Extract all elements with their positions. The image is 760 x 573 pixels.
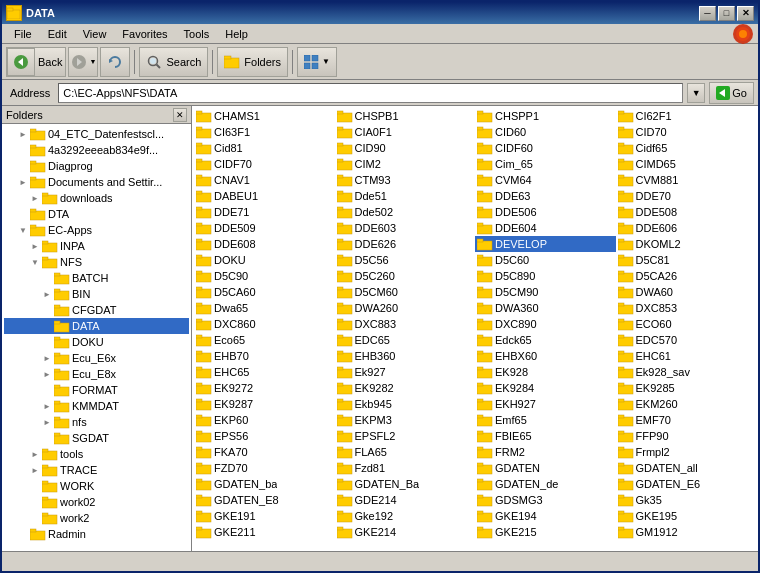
file-item[interactable]: D5C60 (475, 252, 616, 268)
address-dropdown[interactable]: ▼ (687, 83, 705, 103)
file-item[interactable]: DDE63 (475, 188, 616, 204)
address-input[interactable] (58, 83, 683, 103)
file-item[interactable]: Edck65 (475, 332, 616, 348)
file-item[interactable]: EKP60 (194, 412, 335, 428)
file-item[interactable]: DKOML2 (616, 236, 757, 252)
tree-item-downloads[interactable]: ► downloads (4, 190, 189, 206)
file-item[interactable]: CI62F1 (616, 108, 757, 124)
file-item[interactable]: FKA70 (194, 444, 335, 460)
file-item[interactable]: ECO60 (616, 316, 757, 332)
file-item[interactable]: D5CM90 (475, 284, 616, 300)
file-item[interactable]: Emf65 (475, 412, 616, 428)
file-item[interactable]: CTM93 (335, 172, 476, 188)
file-item[interactable]: EKPM3 (335, 412, 476, 428)
menu-view[interactable]: View (75, 26, 115, 42)
file-item[interactable]: DXC883 (335, 316, 476, 332)
file-item[interactable]: D5C890 (475, 268, 616, 284)
file-item[interactable]: GKE195 (616, 508, 757, 524)
file-item[interactable]: CID90 (335, 140, 476, 156)
file-item[interactable]: EDC65 (335, 332, 476, 348)
file-item[interactable]: DEVELOP (475, 236, 616, 252)
menu-file[interactable]: File (6, 26, 40, 42)
folders-button[interactable]: Folders (217, 47, 288, 77)
file-item[interactable]: DWA260 (335, 300, 476, 316)
file-item[interactable]: FZD70 (194, 460, 335, 476)
file-item[interactable]: Fzd81 (335, 460, 476, 476)
file-item[interactable]: FBIE65 (475, 428, 616, 444)
file-item[interactable]: DDE509 (194, 220, 335, 236)
file-item[interactable]: GDATEN_all (616, 460, 757, 476)
file-item[interactable]: CVM64 (475, 172, 616, 188)
file-item[interactable]: D5C260 (335, 268, 476, 284)
file-item[interactable]: DOKU (194, 252, 335, 268)
back-button[interactable]: Back (6, 47, 66, 77)
file-item[interactable]: EHB70 (194, 348, 335, 364)
file-item[interactable]: Ek927 (335, 364, 476, 380)
file-item[interactable]: EHC65 (194, 364, 335, 380)
tree-item-04_ETC[interactable]: ► 04_ETC_Datenfestscl... (4, 126, 189, 142)
file-item[interactable]: GKE215 (475, 524, 616, 540)
tree-item-trace[interactable]: ► TRACE (4, 462, 189, 478)
file-item[interactable]: DDE604 (475, 220, 616, 236)
tree-item-diagprog[interactable]: Diagprog (4, 158, 189, 174)
file-item[interactable]: EPSFL2 (335, 428, 476, 444)
folders-close-button[interactable]: ✕ (173, 108, 187, 122)
file-item[interactable]: GDE214 (335, 492, 476, 508)
file-item[interactable]: FRM2 (475, 444, 616, 460)
file-item[interactable]: GKE211 (194, 524, 335, 540)
tree-item-data[interactable]: DATA (4, 318, 189, 334)
forward-button[interactable]: ▼ (68, 47, 98, 77)
tree-item-batch[interactable]: BATCH (4, 270, 189, 286)
file-item[interactable]: DWA360 (475, 300, 616, 316)
file-item[interactable]: CHSPB1 (335, 108, 476, 124)
file-item[interactable]: CIA0F1 (335, 124, 476, 140)
file-item[interactable]: Dde502 (335, 204, 476, 220)
file-item[interactable]: D5C81 (616, 252, 757, 268)
file-item[interactable]: EPS56 (194, 428, 335, 444)
tree-item-bin[interactable]: ► BIN (4, 286, 189, 302)
file-item[interactable]: CID70 (616, 124, 757, 140)
tree-item-radmin[interactable]: Radmin (4, 526, 189, 542)
file-item[interactable]: DXC860 (194, 316, 335, 332)
tree-item-cfgdat[interactable]: CFGDAT (4, 302, 189, 318)
file-item[interactable]: Gke192 (335, 508, 476, 524)
file-item[interactable]: GM1912 (616, 524, 757, 540)
tree-item-nfs[interactable]: ▼ NFS (4, 254, 189, 270)
file-item[interactable]: CHSPP1 (475, 108, 616, 124)
file-item[interactable]: DDE506 (475, 204, 616, 220)
file-item[interactable]: EMF70 (616, 412, 757, 428)
file-item[interactable]: Cid81 (194, 140, 335, 156)
menu-edit[interactable]: Edit (40, 26, 75, 42)
file-item[interactable]: GDATEN_Ba (335, 476, 476, 492)
file-item[interactable]: CIDF60 (475, 140, 616, 156)
file-item[interactable]: EKM260 (616, 396, 757, 412)
file-item[interactable]: GDATEN_de (475, 476, 616, 492)
file-item[interactable]: CHAMS1 (194, 108, 335, 124)
file-item[interactable]: EK9285 (616, 380, 757, 396)
tree-item-ecu_e8x[interactable]: ► Ecu_E8x (4, 366, 189, 382)
file-item[interactable]: DXC853 (616, 300, 757, 316)
close-button[interactable]: ✕ (737, 6, 754, 21)
file-item[interactable]: EHC61 (616, 348, 757, 364)
tree-item-ecu_e6x1[interactable]: ► Ecu_E6x (4, 350, 189, 366)
file-item[interactable]: EKH927 (475, 396, 616, 412)
file-item[interactable]: EK9284 (475, 380, 616, 396)
file-item[interactable]: GDSMG3 (475, 492, 616, 508)
tree-item-work[interactable]: WORK (4, 478, 189, 494)
tree-item-kmmdat[interactable]: ► KMMDAT (4, 398, 189, 414)
file-item[interactable]: EDC570 (616, 332, 757, 348)
file-item[interactable]: GDATEN_ba (194, 476, 335, 492)
maximize-button[interactable]: □ (718, 6, 735, 21)
file-item[interactable]: Ekb945 (335, 396, 476, 412)
file-item[interactable]: DWA60 (616, 284, 757, 300)
menu-favorites[interactable]: Favorites (114, 26, 175, 42)
tree-item-tools[interactable]: ► tools (4, 446, 189, 462)
file-item[interactable]: CIDF70 (194, 156, 335, 172)
refresh-button[interactable] (100, 47, 130, 77)
file-item[interactable]: DDE626 (335, 236, 476, 252)
file-item[interactable]: DDE606 (616, 220, 757, 236)
file-item[interactable]: FFP90 (616, 428, 757, 444)
file-item[interactable]: Frmpl2 (616, 444, 757, 460)
file-item[interactable]: CIM2 (335, 156, 476, 172)
file-item[interactable]: DABEU1 (194, 188, 335, 204)
